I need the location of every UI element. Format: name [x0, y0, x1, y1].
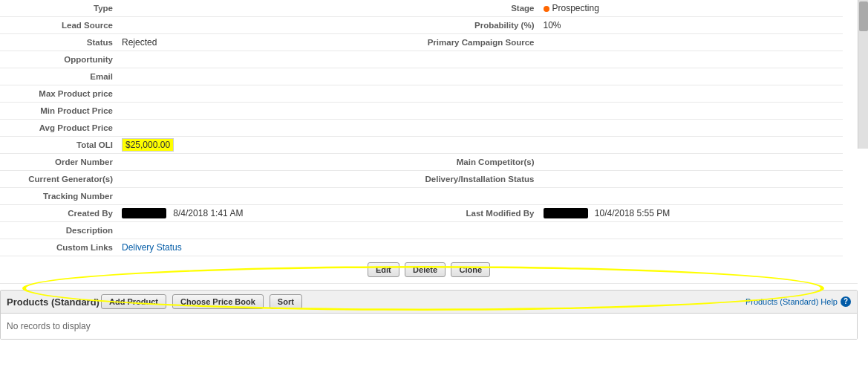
field-half-createdby: Created By 8/4/2018 1:41 AM — [0, 205, 422, 221]
value-opp-right — [541, 57, 843, 62]
field-row-email: Email — [0, 68, 843, 85]
help-icon[interactable]: ? — [841, 296, 851, 307]
field-half-leadsource: Lead Source — [0, 17, 422, 33]
value-customlinks: Delivery Status — [119, 240, 422, 255]
field-half-minprice-right — [422, 103, 843, 119]
label-tracking: Tracking Number — [0, 189, 119, 203]
value-createdby: 8/4/2018 1:41 AM — [119, 206, 422, 221]
field-half-description-right — [422, 222, 843, 239]
createdby-redacted — [122, 208, 166, 218]
label-competitor: Main Competitor(s) — [422, 155, 541, 169]
label-campaign: Primary Campaign Source — [422, 36, 541, 49]
field-half-delivery: Delivery/Installation Status — [422, 171, 843, 187]
value-maxprice — [119, 91, 422, 96]
label-maxprice: Max Product price — [0, 87, 119, 100]
field-half-probability: Probability (%) 10% — [422, 17, 843, 33]
value-leadsource — [119, 23, 422, 27]
field-row-status-campaign: Status Rejected Primary Campaign Source — [0, 34, 843, 51]
label-customlinks: Custom Links — [0, 241, 119, 254]
delete-button[interactable]: Delete — [405, 262, 446, 277]
value-email — [119, 74, 422, 79]
value-opportunity — [119, 57, 422, 62]
field-half-maxprice: Max Product price — [0, 85, 422, 102]
field-half-totaloli-right — [422, 137, 843, 153]
field-half-email: Email — [0, 68, 422, 85]
value-ordernumber — [119, 160, 422, 164]
value-totaloli: $25,000.00 — [119, 137, 422, 152]
stage-dot-icon — [544, 6, 549, 12]
field-row-minprice: Min Product Price — [0, 103, 843, 120]
field-row-type-stage: Type Stage Prospecting — [0, 0, 843, 17]
action-buttons: Edit Delete Clone — [0, 256, 858, 284]
field-half-ordernumber: Order Number — [0, 154, 422, 170]
edit-button[interactable]: Edit — [368, 262, 399, 277]
field-half-totaloli: Total OLI $25,000.00 — [0, 137, 422, 153]
field-row-createdby-modifiedby: Created By 8/4/2018 1:41 AM Last Modifie… — [0, 205, 843, 222]
field-half-customlinks-right — [422, 239, 843, 256]
field-half-minprice: Min Product Price — [0, 103, 422, 119]
field-row-description: Description — [0, 222, 843, 239]
products-header: Products (Standard) Add Product Choose P… — [1, 291, 857, 314]
field-half-email-right — [422, 68, 843, 85]
add-product-button[interactable]: Add Product — [101, 294, 166, 309]
field-row-leadsource-prob: Lead Source Probability (%) 10% — [0, 17, 843, 34]
label-modifiedby: Last Modified By — [422, 207, 541, 220]
clone-button[interactable]: Clone — [451, 262, 490, 277]
field-half-avgprice-right — [422, 120, 843, 136]
totaloli-highlighted: $25,000.00 — [122, 138, 174, 152]
value-avgprice — [119, 126, 422, 130]
field-half-customlinks: Custom Links Delivery Status — [0, 239, 422, 256]
field-half-tracking-right — [422, 188, 843, 204]
sort-button[interactable]: Sort — [270, 294, 302, 309]
delivery-status-link[interactable]: Delivery Status — [122, 242, 182, 253]
label-stage: Stage — [422, 1, 541, 15]
label-opportunity: Opportunity — [0, 53, 119, 66]
choose-price-book-button[interactable]: Choose Price Book — [172, 294, 264, 309]
value-probability: 10% — [541, 18, 843, 33]
products-help: Products (Standard) Help ? — [745, 296, 851, 307]
scrollbar[interactable] — [858, 0, 868, 149]
field-half-opportunity: Opportunity — [0, 51, 422, 68]
products-body: No records to display — [1, 314, 857, 339]
label-totaloli: Total OLI — [0, 138, 119, 152]
label-description: Description — [0, 224, 119, 237]
value-type — [119, 6, 422, 10]
label-delivery: Delivery/Installation Status — [422, 172, 541, 186]
label-ordernumber: Order Number — [0, 155, 119, 169]
modifiedby-date: 10/4/2018 5:55 PM — [595, 208, 670, 218]
label-probability: Probability (%) — [422, 19, 541, 32]
field-row-maxprice: Max Product price — [0, 85, 843, 103]
products-help-link[interactable]: Products (Standard) Help — [745, 297, 838, 306]
field-half-maxprice-right — [422, 85, 843, 102]
value-delivery — [541, 177, 843, 181]
field-half-modifiedby: Last Modified By 10/4/2018 5:55 PM — [422, 205, 843, 221]
value-campaign — [541, 40, 843, 45]
field-row-ordernumber-competitor: Order Number Main Competitor(s) — [0, 154, 843, 171]
label-email: Email — [0, 70, 119, 83]
label-opp-right — [422, 57, 541, 62]
value-stage: Prospecting — [541, 1, 843, 16]
value-modifiedby: 10/4/2018 5:55 PM — [541, 206, 843, 221]
label-createdby: Created By — [0, 207, 119, 220]
field-half-competitor: Main Competitor(s) — [422, 154, 843, 170]
no-records-text: No records to display — [7, 321, 91, 331]
value-minprice — [119, 108, 422, 113]
field-half-generator: Current Generator(s) — [0, 171, 422, 187]
products-actions: Add Product Choose Price Book Sort — [99, 294, 304, 309]
field-half-stage: Stage Prospecting — [422, 0, 843, 16]
value-competitor — [541, 160, 843, 164]
field-half-tracking: Tracking Number — [0, 188, 422, 204]
label-generator: Current Generator(s) — [0, 172, 119, 186]
field-row-opportunity: Opportunity — [0, 51, 843, 68]
field-row-customlinks: Custom Links Delivery Status — [0, 239, 843, 256]
modifiedby-redacted — [544, 208, 588, 218]
createdby-date: 8/4/2018 1:41 AM — [173, 208, 243, 218]
field-row-generator-delivery: Current Generator(s) Delivery/Installati… — [0, 171, 843, 188]
value-description — [119, 228, 422, 233]
products-section: Products (Standard) Add Product Choose P… — [0, 290, 858, 340]
field-half-opp-right — [422, 51, 843, 68]
fields-section: Type Stage Prospecting Lead Source Proba… — [0, 0, 858, 256]
field-half-type: Type — [0, 0, 422, 16]
field-row-tracking: Tracking Number — [0, 188, 843, 205]
field-half-status: Status Rejected — [0, 34, 422, 51]
